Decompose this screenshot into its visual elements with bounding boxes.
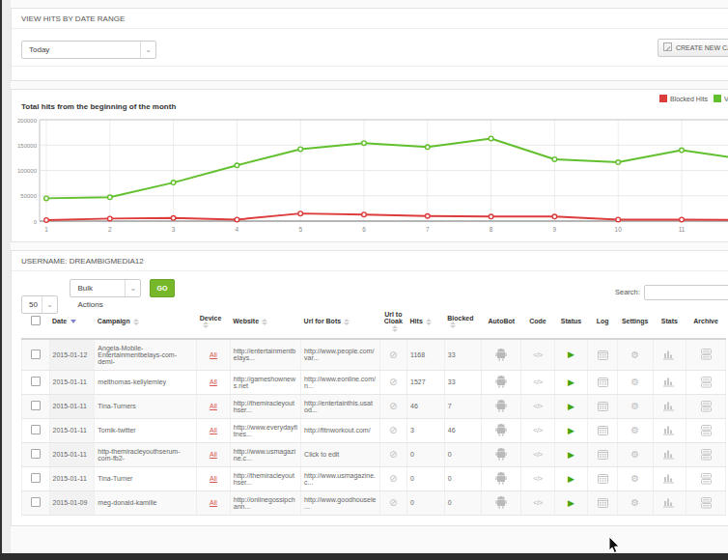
website-cell[interactable]: http://gameshownews.net [230,370,300,394]
code-icon[interactable]: </> [533,402,542,410]
archive-stack-icon[interactable] [701,378,712,385]
column-header-blocked[interactable]: Blocked [444,305,482,339]
calendar-log-icon[interactable] [598,475,608,482]
cloak-edit-icon[interactable]: ⊘ [389,449,397,460]
date-range-select[interactable]: Today ⌄ [21,41,156,59]
status-play-icon[interactable]: ▶ [568,450,574,460]
url-for-bots-cell[interactable]: http://www.people.com/var... [301,339,379,371]
url-for-bots-cell[interactable]: http://www.goodhousele... [301,490,379,515]
website-cell[interactable]: http://www.everydayfitnes... [230,418,300,442]
cloak-edit-icon[interactable]: ⊘ [389,350,397,360]
bulk-actions-select[interactable]: Bulk Actions ⌄ [70,279,141,297]
svg-text:6: 6 [362,226,366,233]
website-cell[interactable]: http://themiracleyouthser... [230,394,300,418]
device-all-link[interactable]: All [210,499,217,506]
android-robot-icon[interactable] [495,475,507,482]
status-play-icon[interactable]: ▶ [568,402,574,411]
url-for-bots-cell[interactable]: http://fitnworkout.com/ [301,418,379,442]
device-all-link[interactable]: All [210,351,217,358]
calendar-log-icon[interactable] [598,350,608,357]
android-robot-icon[interactable] [495,403,507,409]
status-play-icon[interactable]: ▶ [568,378,574,387]
url-for-bots-cell[interactable]: Click to edit [301,442,379,466]
archive-stack-icon[interactable] [701,499,712,506]
chart-panel: Total hits from the beginning of the mon… [11,89,728,242]
calendar-log-icon[interactable] [598,427,608,434]
column-header-url-to-cloak[interactable]: Url to Cloak [379,305,407,339]
column-header-website[interactable]: Website [230,305,300,339]
status-play-icon[interactable]: ▶ [568,426,574,435]
archive-stack-icon[interactable] [701,475,712,482]
date-cell: 2015-01-12 [49,339,95,371]
gear-icon[interactable]: ⚙ [630,377,639,387]
calendar-log-icon[interactable] [598,451,608,458]
website-cell[interactable]: http://www.usmagazine.c... [230,442,300,466]
calendar-log-icon[interactable] [598,403,608,409]
android-robot-icon[interactable] [495,451,507,458]
gear-icon[interactable]: ⚙ [630,497,639,508]
bar-chart-icon[interactable] [663,499,675,506]
create-new-campaign-button[interactable]: CREATE NEW CAMPAIGN [658,39,728,57]
row-checkbox[interactable] [31,473,41,483]
cloak-edit-icon[interactable]: ⊘ [389,377,397,387]
device-all-link[interactable]: All [210,378,217,385]
android-robot-icon[interactable] [495,378,507,385]
bar-chart-icon[interactable] [663,451,675,458]
android-robot-icon[interactable] [495,499,507,506]
bar-chart-icon[interactable] [663,350,675,357]
calendar-log-icon[interactable] [598,378,608,385]
gear-icon[interactable]: ⚙ [630,350,639,360]
gear-icon[interactable]: ⚙ [630,425,639,435]
row-checkbox[interactable] [31,401,41,410]
row-checkbox[interactable] [31,497,41,507]
archive-stack-icon[interactable] [701,427,712,434]
row-checkbox[interactable] [31,449,41,459]
url-for-bots-cell[interactable]: http://www.usmagazine.c... [301,466,379,490]
code-icon[interactable]: </> [533,474,542,483]
bar-chart-icon[interactable] [663,475,675,482]
status-play-icon[interactable]: ▶ [568,474,574,484]
archive-stack-icon[interactable] [701,350,712,357]
website-cell[interactable]: http://entertainmentbelays... [230,339,300,371]
device-all-link[interactable]: All [210,403,217,409]
website-cell[interactable]: http://onlinegossipchann... [230,490,300,515]
code-icon[interactable]: </> [533,498,542,507]
calendar-log-icon[interactable] [598,499,608,506]
android-robot-icon[interactable] [495,350,507,357]
archive-stack-icon[interactable] [701,403,712,409]
select-all-checkbox[interactable] [31,316,41,325]
code-icon[interactable]: </> [533,378,542,386]
row-checkbox[interactable] [31,377,41,386]
column-header-hits[interactable]: Hits [407,305,445,339]
android-robot-icon[interactable] [495,427,507,434]
bar-chart-icon[interactable] [663,378,675,385]
column-header-device[interactable]: Device [197,305,231,339]
status-play-icon[interactable]: ▶ [568,498,574,508]
column-header-url-for-bots[interactable]: Url for Bots [301,305,379,339]
gear-icon[interactable]: ⚙ [630,473,639,484]
search-input[interactable] [644,285,728,300]
cloak-edit-icon[interactable]: ⊘ [389,473,397,484]
url-for-bots-cell[interactable]: http://entertainthis.usatod... [301,394,379,418]
bar-chart-icon[interactable] [663,403,675,409]
row-checkbox[interactable] [31,425,41,434]
website-cell[interactable]: http://themiracleyouthser... [230,466,300,490]
gear-icon[interactable]: ⚙ [630,401,639,411]
device-all-link[interactable]: All [210,475,217,482]
code-icon[interactable]: </> [533,350,542,359]
cloak-edit-icon[interactable]: ⊘ [389,401,397,411]
archive-stack-icon[interactable] [701,451,712,458]
url-for-bots-cell[interactable]: http://www.eonline.com/n... [301,370,379,394]
gear-icon[interactable]: ⚙ [630,449,639,460]
page-size-select[interactable]: 50 ⌄ [21,295,58,314]
row-checkbox[interactable] [31,350,41,359]
device-all-link[interactable]: All [210,451,217,458]
bar-chart-icon[interactable] [663,427,675,434]
cloak-edit-icon[interactable]: ⊘ [389,425,397,435]
code-icon[interactable]: </> [533,426,542,434]
device-all-link[interactable]: All [210,427,217,434]
code-icon[interactable]: </> [533,450,542,459]
status-play-icon[interactable]: ▶ [568,350,574,359]
cloak-edit-icon[interactable]: ⊘ [389,497,397,508]
go-button[interactable]: GO [150,279,175,297]
